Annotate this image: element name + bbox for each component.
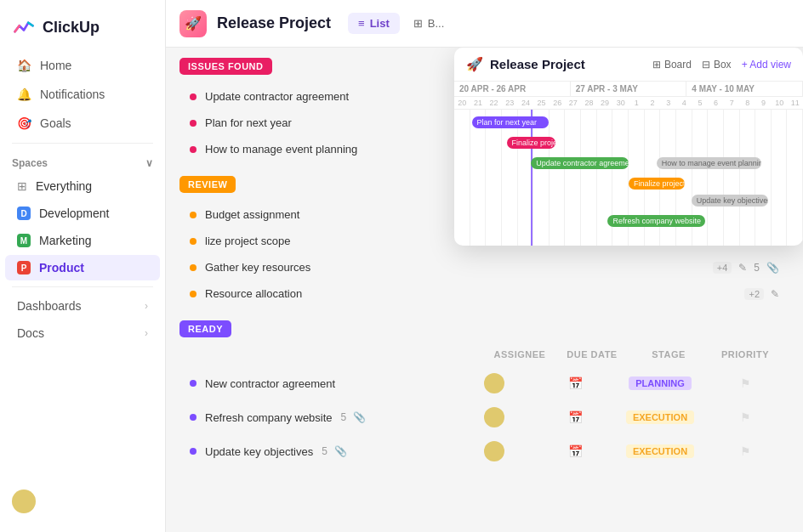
sidebar-item-development[interactable]: D Development [5, 201, 160, 226]
gantt-add-view-btn[interactable]: + Add view [742, 59, 791, 71]
gantt-grid-col [708, 110, 724, 246]
section-ready: READY ASSIGNEE DUE DATE STAGE PRIORITY N… [179, 320, 789, 468]
gantt-content: Plan for next yearFinalize project scope… [454, 110, 803, 246]
gantt-grid-col [565, 110, 581, 246]
task-stage: EXECUTION [618, 410, 703, 424]
box-view-icon: ⊟ [702, 59, 710, 71]
sidebar-divider [12, 143, 153, 144]
th-priority: PRIORITY [711, 349, 779, 359]
task-assignee [456, 373, 532, 393]
gantt-header: 🚀 Release Project ⊞ Board ⊟ Box + Add vi… [454, 48, 803, 82]
gantt-bar[interactable]: Finalize project scope [507, 137, 555, 149]
task-name: Gather key resources [205, 261, 704, 274]
gantt-date: 29 [597, 97, 613, 109]
gantt-date: 25 [533, 97, 550, 109]
gantt-period-1: 20 APR - 26 APR [454, 82, 571, 96]
sidebar-item-docs[interactable]: Docs › [5, 320, 160, 346]
gantt-grid-col [724, 110, 740, 246]
gantt-grid-col [486, 110, 502, 246]
tab-list[interactable]: ≡ List [348, 13, 400, 34]
task-meta: 5 📎 [322, 445, 347, 457]
task-dot [190, 120, 196, 127]
task-name-cell: Refresh company website 5 📎 [190, 411, 447, 424]
clip-icon: 📎 [334, 445, 347, 457]
clickup-logo-icon [12, 15, 36, 39]
gantt-bar[interactable]: Refresh company website [607, 215, 705, 227]
th-assignee: ASSIGNEE [481, 349, 558, 359]
task-row[interactable]: Update key objectives 5 📎 📅 EXECUTION ⚑ [179, 434, 789, 468]
gantt-today-line [531, 110, 532, 246]
task-priority: ⚑ [711, 444, 779, 458]
gantt-board-btn[interactable]: ⊞ Board [652, 59, 692, 71]
sidebar: ClickUp 🏠 Home 🔔 Notifications 🎯 Goals S… [0, 0, 166, 532]
tab-label: B... [428, 17, 445, 30]
project-icon: 🚀 [179, 10, 207, 37]
sidebar-item-notifications[interactable]: 🔔 Notifications [5, 81, 160, 108]
gantt-date: 8 [740, 97, 756, 109]
gantt-date: 28 [581, 97, 597, 109]
tab-board[interactable]: ⊞ B... [403, 13, 455, 34]
gantt-bar[interactable]: Update contractor agreement [531, 157, 629, 169]
gantt-project-icon: 🚀 [466, 56, 483, 72]
task-name-cell: New contractor agreement [190, 377, 447, 390]
sidebar-item-label: Product [39, 261, 84, 274]
sidebar-item-label: Home [40, 59, 71, 72]
gantt-date: 6 [708, 97, 724, 109]
gantt-date: 26 [550, 97, 566, 109]
avatar [484, 373, 504, 393]
home-icon: 🏠 [17, 59, 31, 72]
gantt-grid-col [787, 110, 803, 246]
task-assignee [456, 407, 532, 427]
gantt-date: 4 [676, 97, 692, 109]
task-row[interactable]: Resource allocation +2 ✎ [179, 280, 789, 307]
sidebar-item-marketing[interactable]: M Marketing [5, 228, 160, 253]
edit-icon: ✎ [738, 262, 747, 274]
gantt-date: 7 [724, 97, 740, 109]
task-dot [190, 414, 196, 421]
clip-icon: 📎 [353, 411, 366, 423]
box-btn-label: Box [714, 59, 732, 71]
gantt-date: 11 [787, 97, 803, 109]
task-meta: +4 ✎ 5 📎 [713, 262, 779, 274]
gantt-bar[interactable]: Finalize project scope [629, 178, 685, 190]
task-duedate: 📅 [541, 410, 609, 424]
review-badge: REVIEW [179, 176, 236, 193]
gantt-bar[interactable]: Plan for next year [472, 116, 549, 128]
task-row[interactable]: Refresh company website 5 📎 📅 EXECUTION … [179, 400, 789, 434]
gantt-grid-col [772, 110, 788, 246]
task-dot [190, 380, 196, 387]
task-row[interactable]: Gather key resources +4 ✎ 5 📎 [179, 254, 789, 280]
th-duedate: DUE DATE [558, 349, 626, 359]
spaces-label: Spaces [12, 157, 48, 169]
calendar-icon: 📅 [568, 376, 583, 390]
sidebar-item-home[interactable]: 🏠 Home [5, 52, 160, 79]
goals-icon: 🎯 [17, 116, 31, 130]
gantt-timeline: 20 APR - 26 APR 27 APR - 3 MAY 4 MAY - 1… [454, 82, 803, 246]
gantt-bar[interactable]: Update key objectives [692, 195, 768, 207]
task-meta: +2 ✎ [744, 288, 779, 300]
sidebar-item-dashboards[interactable]: Dashboards › [5, 293, 160, 319]
gantt-bar[interactable]: How to manage event planning [657, 157, 761, 169]
gantt-date: 2 [645, 97, 661, 109]
gantt-date: 24 [518, 97, 534, 109]
stage-badge: EXECUTION [626, 410, 694, 424]
sidebar-item-goals[interactable]: 🎯 Goals [5, 110, 160, 137]
main-content: 🚀 Release Project ≡ List ⊞ B... ISSUES F… [166, 0, 803, 532]
board-view-icon: ⊞ [652, 59, 661, 71]
task-name: Refresh company website [205, 411, 333, 424]
gantt-date: 23 [502, 97, 518, 109]
gantt-box-btn[interactable]: ⊟ Box [702, 59, 732, 71]
task-count: +4 [713, 262, 732, 274]
task-extra: 5 [341, 411, 347, 423]
gantt-actions: ⊞ Board ⊟ Box + Add view [652, 59, 791, 71]
sidebar-item-everything[interactable]: ⊞ Everything [5, 173, 160, 199]
task-row[interactable]: New contractor agreement 📅 PLANNING ⚑ [179, 366, 789, 400]
task-priority: ⚑ [711, 376, 779, 390]
sidebar-item-label: Notifications [40, 88, 105, 101]
user-avatar[interactable] [12, 490, 36, 513]
tab-label: List [370, 17, 390, 30]
grid-icon: ⊞ [17, 179, 27, 193]
list-icon: ≡ [358, 17, 365, 30]
sidebar-item-product[interactable]: P Product [5, 255, 160, 280]
gantt-title: Release Project [490, 57, 646, 71]
